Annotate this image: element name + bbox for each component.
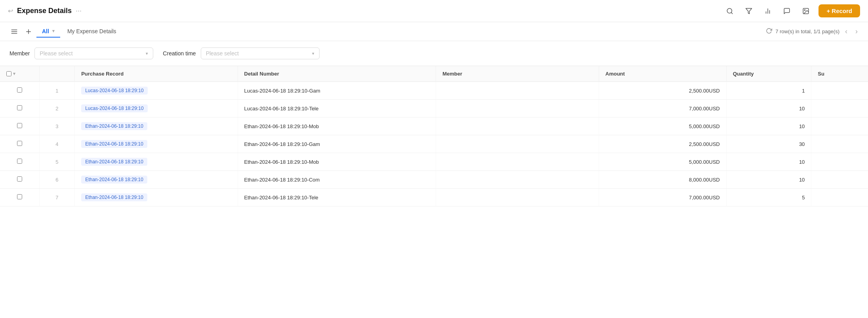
expense-table: ▾ Purchase Record Detail Number Member A… — [0, 66, 868, 206]
next-page-button[interactable]: › — [853, 26, 860, 36]
row-amount-4: 2,500.00USD — [599, 135, 726, 153]
row-su-5 — [811, 153, 868, 171]
row-su-1 — [811, 82, 868, 100]
row-num-7: 7 — [39, 189, 74, 206]
row-purchase-2: Lucas-2024-06-18 18:29:10 — [75, 100, 238, 117]
svg-point-7 — [805, 9, 805, 10]
svg-marker-2 — [746, 8, 752, 14]
tabs: All ▾ My Expense Details — [36, 26, 122, 38]
row-info: 7 row(s) in total, 1/1 page(s) — [775, 28, 839, 34]
purchase-tag-4[interactable]: Ethan-2024-06-18 18:29:10 — [81, 140, 147, 148]
row-checkbox-6[interactable] — [17, 176, 22, 182]
row-checkbox-cell — [0, 153, 39, 171]
header-checkbox-cell: ▾ — [0, 66, 39, 82]
row-checkbox-5[interactable] — [17, 159, 22, 164]
purchase-tag-6[interactable]: Ethan-2024-06-18 18:29:10 — [81, 176, 147, 184]
row-quantity-5: 10 — [726, 153, 811, 171]
row-num-5: 5 — [39, 153, 74, 171]
add-tab-icon[interactable] — [22, 25, 35, 38]
table-row: 1 Lucas-2024-06-18 18:29:10 Lucas-2024-0… — [0, 82, 868, 100]
svg-line-1 — [731, 12, 733, 13]
image-icon[interactable] — [799, 5, 812, 17]
row-member-4 — [436, 135, 599, 153]
back-icon[interactable]: ↩ — [8, 7, 13, 15]
record-button[interactable]: + Record — [819, 4, 860, 17]
tab-bar: All ▾ My Expense Details 7 row(s) in tot… — [0, 22, 868, 41]
table-row: 6 Ethan-2024-06-18 18:29:10 Ethan-2024-0… — [0, 171, 868, 189]
purchase-tag-5[interactable]: Ethan-2024-06-18 18:29:10 — [81, 158, 147, 166]
creation-filter-group: Creation time Please select ▾ — [163, 47, 319, 59]
refresh-icon[interactable] — [766, 28, 772, 35]
member-filter-placeholder: Please select — [40, 50, 72, 57]
top-bar-right: + Record — [723, 4, 860, 17]
row-su-4 — [811, 135, 868, 153]
row-checkbox-cell — [0, 189, 39, 206]
row-purchase-5: Ethan-2024-06-18 18:29:10 — [75, 153, 238, 171]
top-bar-left: ↩ Expense Details ··· — [8, 7, 82, 15]
row-checkbox-3[interactable] — [17, 123, 22, 128]
more-icon[interactable]: ··· — [76, 7, 82, 15]
menu-icon[interactable] — [8, 25, 21, 38]
header-su: Su — [811, 66, 868, 82]
row-amount-7: 7,000.00USD — [599, 189, 726, 206]
purchase-tag-3[interactable]: Ethan-2024-06-18 18:29:10 — [81, 122, 147, 130]
row-quantity-1: 1 — [726, 82, 811, 100]
row-detail-7: Ethan-2024-06-18 18:29:10-Tele — [238, 189, 436, 206]
row-checkbox-cell — [0, 117, 39, 135]
filter-icon[interactable] — [742, 5, 755, 17]
row-num-4: 4 — [39, 135, 74, 153]
search-icon[interactable] — [723, 5, 736, 17]
row-su-6 — [811, 171, 868, 189]
member-filter-select[interactable]: Please select ▾ — [34, 47, 153, 59]
tab-bar-left: All ▾ My Expense Details — [8, 25, 122, 38]
member-filter-label: Member — [10, 50, 30, 57]
member-filter-group: Member Please select ▾ — [10, 47, 153, 59]
row-checkbox-1[interactable] — [17, 87, 22, 93]
table-row: 2 Lucas-2024-06-18 18:29:10 Lucas-2024-0… — [0, 100, 868, 117]
header-row-num — [39, 66, 74, 82]
row-num-3: 3 — [39, 117, 74, 135]
row-checkbox-cell — [0, 82, 39, 100]
table-row: 4 Ethan-2024-06-18 18:29:10 Ethan-2024-0… — [0, 135, 868, 153]
row-su-2 — [811, 100, 868, 117]
chat-icon[interactable] — [780, 5, 793, 17]
row-amount-3: 5,000.00USD — [599, 117, 726, 135]
header-purchase-record: Purchase Record — [75, 66, 238, 82]
row-detail-3: Ethan-2024-06-18 18:29:10-Mob — [238, 117, 436, 135]
row-member-7 — [436, 189, 599, 206]
header-checkbox-wrapper: ▾ — [6, 71, 33, 76]
prev-page-button[interactable]: ‹ — [843, 26, 850, 36]
filter-bar: Member Please select ▾ Creation time Ple… — [0, 41, 868, 66]
select-all-checkbox[interactable] — [6, 71, 11, 76]
member-chevron-icon: ▾ — [146, 51, 148, 56]
row-member-5 — [436, 153, 599, 171]
header-checkbox-chevron: ▾ — [13, 71, 15, 76]
tab-all[interactable]: All ▾ — [36, 26, 60, 38]
row-num-2: 2 — [39, 100, 74, 117]
table-wrap: ▾ Purchase Record Detail Number Member A… — [0, 66, 868, 206]
row-checkbox-cell — [0, 100, 39, 117]
row-checkbox-2[interactable] — [17, 105, 22, 110]
row-detail-5: Ethan-2024-06-18 18:29:10-Mob — [238, 153, 436, 171]
row-amount-1: 2,500.00USD — [599, 82, 726, 100]
row-checkbox-4[interactable] — [17, 141, 22, 146]
purchase-tag-2[interactable]: Lucas-2024-06-18 18:29:10 — [81, 104, 147, 112]
header-detail-number: Detail Number — [238, 66, 436, 82]
row-num-6: 6 — [39, 171, 74, 189]
purchase-tag-7[interactable]: Ethan-2024-06-18 18:29:10 — [81, 193, 147, 201]
header-quantity: Quantity — [726, 66, 811, 82]
table-header-row: ▾ Purchase Record Detail Number Member A… — [0, 66, 868, 82]
tab-my-expense[interactable]: My Expense Details — [62, 26, 122, 38]
creation-filter-select[interactable]: Please select ▾ — [201, 47, 320, 59]
tab-all-chevron: ▾ — [52, 28, 55, 34]
row-checkbox-7[interactable] — [17, 194, 22, 199]
row-purchase-1: Lucas-2024-06-18 18:29:10 — [75, 82, 238, 100]
row-checkbox-cell — [0, 171, 39, 189]
table-row: 5 Ethan-2024-06-18 18:29:10 Ethan-2024-0… — [0, 153, 868, 171]
header-member: Member — [436, 66, 599, 82]
row-quantity-3: 10 — [726, 117, 811, 135]
row-member-2 — [436, 100, 599, 117]
row-quantity-6: 10 — [726, 171, 811, 189]
chart-icon[interactable] — [761, 5, 774, 17]
purchase-tag-1[interactable]: Lucas-2024-06-18 18:29:10 — [81, 87, 147, 95]
